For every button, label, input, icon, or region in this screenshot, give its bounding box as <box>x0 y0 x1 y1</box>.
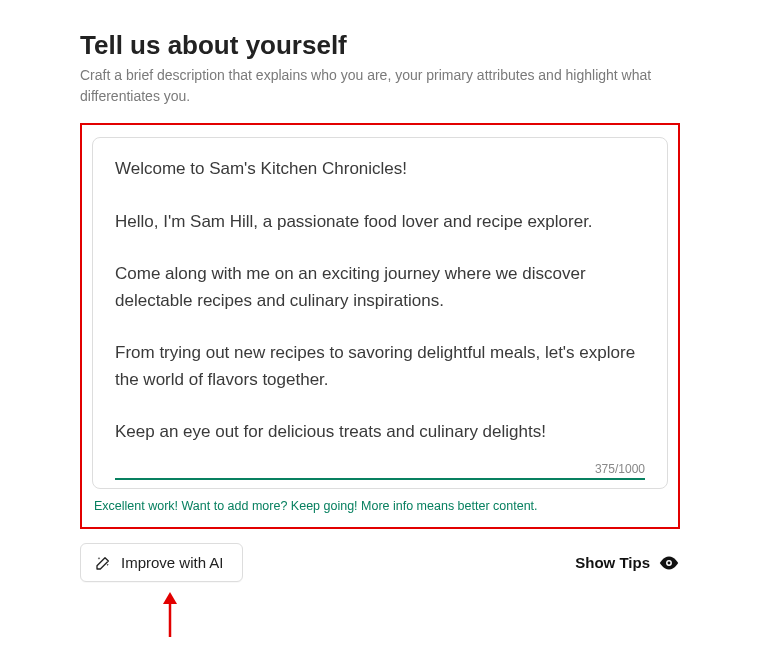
magic-wand-icon <box>95 555 111 571</box>
eye-icon <box>658 552 680 574</box>
bio-textarea[interactable]: Welcome to Sam's Kitchen Chronicles! Hel… <box>92 137 668 489</box>
annotation-highlight-box: Welcome to Sam's Kitchen Chronicles! Hel… <box>80 123 680 529</box>
improve-with-ai-label: Improve with AI <box>121 554 224 571</box>
page-subtitle: Craft a brief description that explains … <box>80 65 680 107</box>
bio-textarea-content[interactable]: Welcome to Sam's Kitchen Chronicles! Hel… <box>115 156 645 456</box>
show-tips-label: Show Tips <box>575 554 650 571</box>
input-focus-underline <box>115 478 645 480</box>
svg-point-1 <box>668 561 671 564</box>
svg-marker-3 <box>163 592 177 604</box>
page-title: Tell us about yourself <box>80 30 680 61</box>
annotation-arrow <box>160 592 680 637</box>
improve-with-ai-button[interactable]: Improve with AI <box>80 543 243 582</box>
char-counter: 375/1000 <box>115 456 645 476</box>
show-tips-button[interactable]: Show Tips <box>575 552 680 574</box>
encouragement-hint: Excellent work! Want to add more? Keep g… <box>92 489 668 517</box>
